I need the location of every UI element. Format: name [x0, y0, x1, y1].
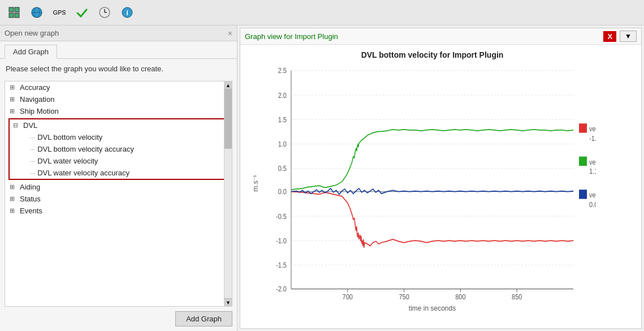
tree-item-dvl-water-velocity[interactable]: ··· DVL water velocity [10, 155, 227, 167]
svg-text:800: 800 [455, 293, 466, 301]
svg-text:1.5: 1.5 [278, 115, 287, 124]
tree-item-aiding[interactable]: ⊞ Aiding [5, 181, 232, 193]
tree-expand-icon-ship-motion: ⊞ [10, 108, 18, 115]
instruction-text: Please select the graph you would like t… [6, 65, 231, 73]
tree-expand-icon-accuracy: ⊞ [10, 84, 18, 91]
tree-item-ship-motion[interactable]: ⊞ Ship Motion [5, 105, 232, 117]
info-icon-btn[interactable]: i [118, 3, 137, 22]
svg-text:700: 700 [343, 293, 353, 301]
globe-icon-btn[interactable] [27, 3, 46, 22]
chart-svg: .grid-line { stroke: #ccc; stroke-width:… [269, 64, 596, 302]
svg-text:-1.0: -1.0 [276, 237, 287, 245]
tab-bar: Add Graph [0, 41, 237, 58]
svg-rect-0 [9, 7, 14, 12]
chart-wrapper: m.s⁻¹ .grid-line { stroke: #ccc; stroke-… [269, 64, 596, 302]
svg-text:i: i [126, 8, 128, 17]
add-graph-tab[interactable]: Add Graph [5, 45, 57, 59]
tree-item-dvl-bottom-velocity[interactable]: ··· DVL bottom velocity [10, 131, 227, 143]
tree-item-accuracy[interactable]: ⊞ Accuracy [5, 81, 232, 93]
svg-text:1.0: 1.0 [278, 140, 287, 148]
check-icon [76, 6, 88, 19]
globe-icon [30, 6, 44, 19]
scrollbar-thumb[interactable] [224, 81, 232, 149]
tree-label-dvl-bottom-velocity: DVL bottom velocity [37, 133, 102, 141]
check-icon-btn[interactable] [72, 3, 92, 22]
svg-text:850: 850 [512, 293, 522, 301]
info-icon: i [121, 6, 133, 19]
graph-header: Graph view for Import Plugin X ▼ [240, 28, 641, 45]
graph-plugin-name: Import Plugin [295, 32, 338, 41]
scrollbar-down[interactable]: ▼ [224, 298, 232, 306]
tree-item-navigation[interactable]: ⊞ Navigation [5, 93, 232, 105]
tree-label-accuracy: Accuracy [20, 83, 50, 92]
tree-label-dvl-water-velocity: DVL water velocity [37, 157, 98, 165]
svg-text:750: 750 [399, 293, 409, 301]
svg-rect-2 [9, 13, 14, 18]
tree-label-dvl: DVL [23, 121, 37, 130]
tree-expand-icon-events: ⊞ [10, 207, 18, 214]
legend-label-velZ: velZ [589, 191, 596, 199]
chart-title: DVL bottom velocity for Import Plugin [269, 50, 596, 59]
svg-text:0.5: 0.5 [278, 165, 287, 173]
add-graph-button[interactable]: Add Graph [175, 311, 232, 326]
y-axis-label: m.s⁻¹ [252, 175, 260, 191]
tree-item-dvl-bottom-velocity-accuracy[interactable]: ··· DVL bottom velocity accuracy [10, 143, 227, 155]
clock-icon [98, 6, 111, 19]
gps-icon-btn[interactable]: GPS [50, 3, 69, 22]
tree-label-ship-motion: Ship Motion [20, 107, 59, 115]
main-layout: Open new graph × Add Graph Please select… [0, 25, 644, 331]
svg-text:-2.0: -2.0 [276, 285, 287, 293]
legend-label-velY: velY [589, 158, 596, 166]
graph-area: DVL bottom velocity for Import Plugin m.… [240, 45, 641, 328]
tree-item-status[interactable]: ⊞ Status [5, 193, 232, 205]
svg-rect-3 [15, 13, 19, 18]
dvl-child-dash-2: ··· [30, 146, 35, 153]
dvl-child-dash-4: ··· [30, 170, 35, 177]
scrollbar-up[interactable]: ▲ [224, 81, 232, 89]
tree-item-dvl[interactable]: ⊟ DVL [10, 119, 227, 131]
velZ-line [291, 188, 573, 195]
tree-label-dvl-water-velocity-accuracy: DVL water velocity accuracy [37, 169, 129, 177]
graph-title-bar: Graph view for Import Plugin [245, 32, 338, 41]
legend-color-velZ [579, 190, 587, 199]
graph-header-prefix: Graph view for [245, 32, 295, 41]
dvl-group: ⊟ DVL ··· DVL bottom velocity ··· DVL bo… [8, 118, 228, 180]
svg-text:0.0: 0.0 [278, 188, 287, 196]
tree-expand-icon-navigation: ⊞ [10, 96, 18, 103]
tree-label-status: Status [20, 195, 41, 203]
scrollbar[interactable]: ▲ ▼ [224, 81, 232, 306]
tree-expand-icon-dvl: ⊟ [13, 122, 21, 129]
graph-dropdown-button[interactable]: ▼ [620, 31, 637, 42]
left-panel: Open new graph × Add Graph Please select… [0, 25, 237, 331]
close-graph-button[interactable]: X [603, 31, 616, 42]
tree-scroll[interactable]: ⊞ Accuracy ⊞ Navigation ⊞ Ship Motion ⊟ [5, 81, 232, 306]
panel-close-btn[interactable]: × [228, 29, 232, 37]
svg-text:2.0: 2.0 [278, 91, 287, 100]
dvl-child-dash-1: ··· [30, 134, 35, 141]
svg-text:-1.5: -1.5 [276, 261, 287, 269]
dvl-child-dash-3: ··· [30, 158, 35, 165]
velX-line [291, 192, 573, 248]
velY-line [291, 130, 573, 190]
tree-item-dvl-water-velocity-accuracy[interactable]: ··· DVL water velocity accuracy [10, 167, 227, 179]
graph-header-right: X ▼ [603, 31, 637, 42]
svg-text:2.5: 2.5 [278, 67, 287, 75]
tree-item-events[interactable]: ⊞ Events [5, 205, 232, 217]
tree-expand-icon-aiding: ⊞ [10, 183, 18, 191]
grid-icon [8, 6, 20, 19]
tree-label-events: Events [20, 207, 42, 215]
legend-value-velY: 1.14 [589, 167, 596, 175]
right-panel: Graph view for Import Plugin X ▼ DVL bot… [240, 28, 642, 329]
svg-rect-1 [15, 7, 19, 12]
clock-icon-btn[interactable] [95, 3, 114, 22]
tree-label-dvl-bottom-velocity-accuracy: DVL bottom velocity accuracy [37, 145, 134, 153]
legend-value-velX: -1.04 [589, 134, 596, 143]
tree-container[interactable]: ⊞ Accuracy ⊞ Navigation ⊞ Ship Motion ⊟ [5, 81, 232, 307]
grid-icon-btn[interactable] [5, 3, 24, 22]
gps-label: GPS [53, 9, 66, 16]
legend-label-velX: velX [589, 124, 596, 133]
tree-label-aiding: Aiding [20, 183, 40, 191]
svg-text:-0.5: -0.5 [276, 212, 287, 221]
legend-color-velY [579, 157, 587, 166]
panel-header: Open new graph × [0, 25, 237, 41]
